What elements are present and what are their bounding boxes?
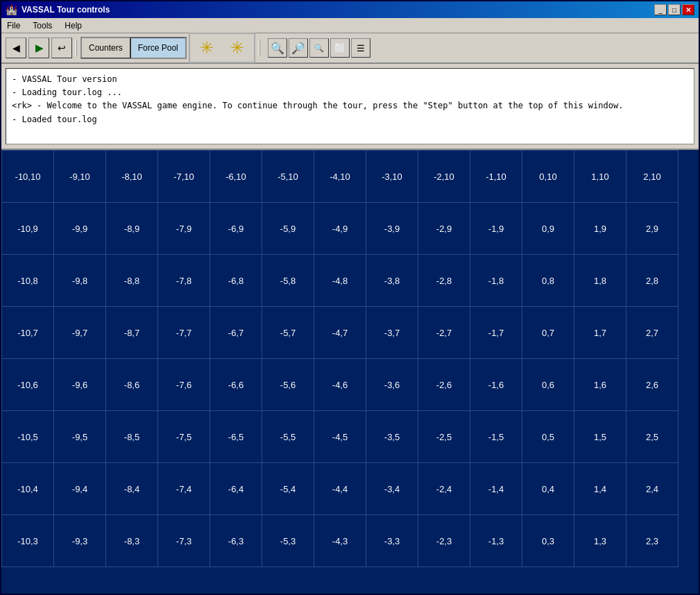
grid-cell[interactable]: 1,4: [574, 463, 626, 515]
grid-cell[interactable]: -1,10: [470, 151, 522, 203]
grid-cell[interactable]: -3,4: [366, 463, 418, 515]
grid-cell[interactable]: 1,10: [574, 151, 626, 203]
grid-cell[interactable]: -8,8: [106, 255, 158, 307]
file-menu[interactable]: File: [4, 20, 23, 31]
zoom-out-button[interactable]: 🔍: [309, 38, 329, 58]
grid-cell[interactable]: -2,9: [418, 203, 470, 255]
grid-cell[interactable]: -9,5: [54, 411, 106, 463]
grid-cell[interactable]: 0,10: [522, 151, 574, 203]
grid-cell[interactable]: 1,9: [574, 203, 626, 255]
grid-cell[interactable]: -6,6: [210, 359, 262, 411]
close-button[interactable]: ✕: [682, 4, 694, 15]
grid-cell[interactable]: -9,7: [54, 307, 106, 359]
grid-cell[interactable]: 2,8: [626, 255, 678, 307]
grid-cell[interactable]: -7,4: [158, 463, 210, 515]
grid-cell[interactable]: -8,10: [106, 151, 158, 203]
grid-cell[interactable]: -7,7: [158, 307, 210, 359]
grid-cell[interactable]: -8,6: [106, 359, 158, 411]
grid-cell[interactable]: -4,6: [314, 359, 366, 411]
grid-cell[interactable]: -3,3: [366, 515, 418, 567]
help-menu[interactable]: Help: [62, 20, 85, 31]
grid-cell[interactable]: -2,6: [418, 359, 470, 411]
grid-cell[interactable]: -3,7: [366, 307, 418, 359]
grid-cell[interactable]: 1,7: [574, 307, 626, 359]
grid-cell[interactable]: -2,10: [418, 151, 470, 203]
grid-cell[interactable]: -3,9: [366, 203, 418, 255]
grid-cell[interactable]: 2,4: [626, 463, 678, 515]
grid-cell[interactable]: -2,5: [418, 411, 470, 463]
grid-cell[interactable]: -9,6: [54, 359, 106, 411]
grid-cell[interactable]: -5,5: [262, 411, 314, 463]
grid-cell[interactable]: -10,5: [2, 411, 54, 463]
grid-cell[interactable]: -7,6: [158, 359, 210, 411]
grid-cell[interactable]: -4,7: [314, 307, 366, 359]
grid-cell[interactable]: 0,6: [522, 359, 574, 411]
grid-cell[interactable]: 1,8: [574, 255, 626, 307]
grid-cell[interactable]: -3,6: [366, 359, 418, 411]
grid-cell[interactable]: -10,9: [2, 203, 54, 255]
grid-cell[interactable]: -1,5: [470, 411, 522, 463]
grid-cell[interactable]: -10,8: [2, 255, 54, 307]
grid-cell[interactable]: -7,5: [158, 411, 210, 463]
grid-cell[interactable]: 0,3: [522, 515, 574, 567]
grid-cell[interactable]: -8,7: [106, 307, 158, 359]
fit-button[interactable]: ⬜: [330, 38, 350, 58]
grid-cell[interactable]: -9,4: [54, 463, 106, 515]
force-pool-tab[interactable]: Force Pool: [130, 37, 186, 58]
grid-cell[interactable]: -8,4: [106, 463, 158, 515]
grid-cell[interactable]: 2,5: [626, 411, 678, 463]
counters-tab[interactable]: Counters: [81, 37, 130, 58]
grid-cell[interactable]: -3,8: [366, 255, 418, 307]
grid-cell[interactable]: 2,6: [626, 359, 678, 411]
minimize-button[interactable]: _: [654, 4, 667, 15]
grid-cell[interactable]: 1,6: [574, 359, 626, 411]
grid-cell[interactable]: -6,4: [210, 463, 262, 515]
grid-cell[interactable]: -6,9: [210, 203, 262, 255]
grid-cell[interactable]: -5,9: [262, 203, 314, 255]
grid-cell[interactable]: 1,5: [574, 411, 626, 463]
grid-cell[interactable]: -5,4: [262, 463, 314, 515]
grid-cell[interactable]: -6,3: [210, 515, 262, 567]
grid-cell[interactable]: 2,7: [626, 307, 678, 359]
grid-cell[interactable]: -1,8: [470, 255, 522, 307]
grid-cell[interactable]: -7,10: [158, 151, 210, 203]
grid-cell[interactable]: -10,3: [2, 515, 54, 567]
grid-cell[interactable]: -9,8: [54, 255, 106, 307]
grid-cell[interactable]: -6,8: [210, 255, 262, 307]
maximize-button[interactable]: □: [668, 4, 681, 15]
grid-cell[interactable]: -8,3: [106, 515, 158, 567]
grid-cell[interactable]: -4,4: [314, 463, 366, 515]
grid-cell[interactable]: -9,9: [54, 203, 106, 255]
grid-cell[interactable]: -3,10: [366, 151, 418, 203]
grid-cell[interactable]: 0,8: [522, 255, 574, 307]
forward-button[interactable]: ↩: [51, 37, 72, 58]
grid-cell[interactable]: -4,10: [314, 151, 366, 203]
star-button-2[interactable]: ✳: [222, 35, 253, 60]
grid-cell[interactable]: -10,6: [2, 359, 54, 411]
grid-cell[interactable]: -4,5: [314, 411, 366, 463]
grid-cell[interactable]: -5,8: [262, 255, 314, 307]
grid-cell[interactable]: -4,9: [314, 203, 366, 255]
grid-cell[interactable]: -1,9: [470, 203, 522, 255]
grid-cell[interactable]: -2,3: [418, 515, 470, 567]
scroll-button[interactable]: ☰: [351, 38, 370, 58]
grid-cell[interactable]: 0,7: [522, 307, 574, 359]
grid-cell[interactable]: 2,9: [626, 203, 678, 255]
grid-cell[interactable]: -10,10: [2, 151, 54, 203]
back-button[interactable]: ◀: [6, 37, 26, 58]
tools-menu[interactable]: Tools: [30, 20, 55, 31]
grid-cell[interactable]: -10,4: [2, 463, 54, 515]
grid-cell[interactable]: -5,6: [262, 359, 314, 411]
grid-cell[interactable]: -5,10: [262, 151, 314, 203]
grid-cell[interactable]: -7,9: [158, 203, 210, 255]
grid-inner[interactable]: -10,10-9,10-8,10-7,10-6,10-5,10-4,10-3,1…: [1, 150, 699, 594]
grid-cell[interactable]: -3,5: [366, 411, 418, 463]
grid-cell[interactable]: -9,10: [54, 151, 106, 203]
grid-cell[interactable]: -6,10: [210, 151, 262, 203]
grid-cell[interactable]: -1,4: [470, 463, 522, 515]
grid-cell[interactable]: 0,4: [522, 463, 574, 515]
zoom-search-button[interactable]: 🔍: [268, 38, 287, 58]
grid-cell[interactable]: 2,10: [626, 151, 678, 203]
grid-cell[interactable]: -5,7: [262, 307, 314, 359]
grid-cell[interactable]: 2,3: [626, 515, 678, 567]
